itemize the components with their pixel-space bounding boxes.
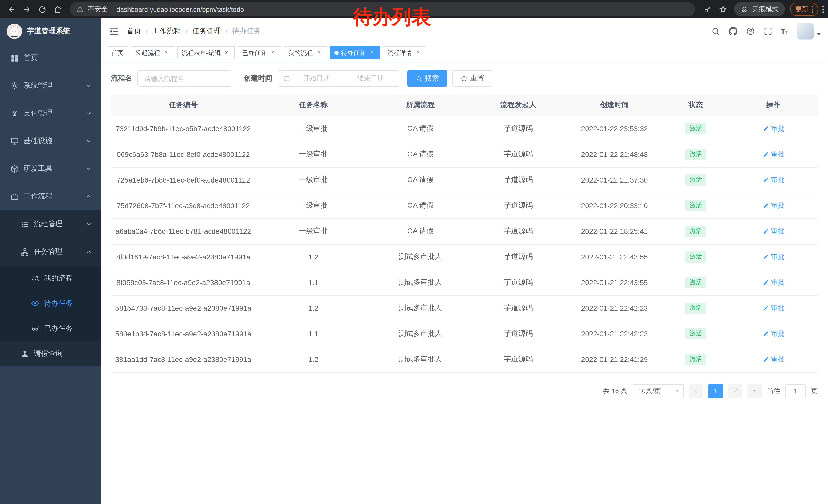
- approve-link[interactable]: 审批: [763, 227, 784, 236]
- approve-link[interactable]: 审批: [763, 304, 784, 313]
- dashboard-icon: [10, 54, 19, 62]
- edit-icon: [763, 202, 769, 209]
- star-icon[interactable]: [716, 2, 730, 16]
- cell-initiator: 芋道源码: [470, 193, 567, 218]
- browser-menu-icon[interactable]: [822, 6, 824, 13]
- approve-link[interactable]: 审批: [763, 201, 784, 210]
- col-initiator: 流程发起人: [470, 95, 567, 116]
- cell-actions: 审批: [729, 270, 818, 295]
- help-icon[interactable]: [746, 27, 755, 36]
- sidebar-item-devtools[interactable]: 研发工具: [0, 155, 100, 183]
- approve-link[interactable]: 审批: [763, 150, 784, 159]
- approve-link[interactable]: 审批: [763, 329, 784, 338]
- edit-icon: [763, 331, 769, 337]
- sidebar-item-task-management[interactable]: 任务管理: [0, 238, 100, 266]
- close-icon[interactable]: ×: [316, 49, 323, 56]
- chevron-up-icon: [86, 249, 92, 255]
- table-row: 58154733-7ac8-11ec-a9e2-a2380e71991a1.2测…: [111, 295, 818, 321]
- close-icon[interactable]: ×: [269, 49, 277, 56]
- update-button[interactable]: 更新: [790, 3, 818, 16]
- sidebar-item-my-process[interactable]: 我的流程: [0, 266, 100, 291]
- approve-link[interactable]: 审批: [763, 124, 784, 133]
- tab-start-process[interactable]: 发起流程 ×: [131, 46, 174, 59]
- breadcrumb-home[interactable]: 首页: [127, 27, 141, 36]
- goto-label: 前往: [767, 386, 780, 396]
- cell-process: 测试多审批人: [371, 347, 470, 372]
- sidebar-item-todo-tasks[interactable]: 待办任务: [0, 291, 100, 316]
- chevron-down-icon: [817, 33, 821, 35]
- approve-link[interactable]: 审批: [763, 175, 784, 185]
- tab-my-process[interactable]: 我的流程 ×: [284, 46, 327, 59]
- sidebar-item-home[interactable]: 首页: [0, 44, 100, 72]
- cell-status: 激活: [662, 141, 730, 167]
- cell-initiator: 芋道源码: [470, 347, 567, 372]
- chevron-left-icon: [693, 388, 699, 394]
- yen-icon: ¥: [10, 109, 19, 118]
- page-size-select[interactable]: 10条/页: [632, 384, 684, 398]
- approve-link[interactable]: 审批: [763, 355, 784, 364]
- sidebar-item-process-management[interactable]: 流程管理: [0, 210, 100, 238]
- date-range-picker[interactable]: 开始日期 - 结束日期: [278, 70, 399, 87]
- cell-task-id: a6aba0a4-7b6d-11ec-b781-acde48001122: [111, 218, 256, 244]
- prev-page-button[interactable]: [689, 384, 703, 398]
- sidebar-item-infrastructure[interactable]: 基础设施: [0, 127, 100, 155]
- search-icon[interactable]: [711, 27, 720, 36]
- close-icon[interactable]: ×: [415, 49, 422, 56]
- tab-todo-tasks[interactable]: 待办任务 ×: [330, 46, 380, 59]
- forward-icon[interactable]: [19, 2, 34, 16]
- next-page-button[interactable]: [747, 384, 762, 398]
- page-button-1[interactable]: 1: [708, 384, 723, 398]
- hamburger-icon[interactable]: [109, 26, 119, 36]
- reset-button[interactable]: 重置: [452, 70, 493, 87]
- breadcrumb-workflow[interactable]: 工作流程: [152, 27, 181, 36]
- cell-created-time: 2022-01-22 23:53:32: [567, 116, 662, 141]
- cell-status: 激活: [662, 244, 730, 270]
- tab-process-detail[interactable]: 流程详情 ×: [383, 46, 426, 59]
- cell-actions: 审批: [729, 321, 818, 347]
- tab-home[interactable]: 首页: [107, 46, 128, 59]
- github-icon[interactable]: [728, 27, 738, 36]
- reload-icon[interactable]: [35, 2, 49, 16]
- process-name-input[interactable]: [137, 70, 232, 87]
- page-button-2[interactable]: 2: [728, 384, 742, 398]
- cell-task-name: 一级审批: [256, 167, 371, 193]
- status-badge: 激活: [685, 123, 707, 134]
- font-size-icon[interactable]: TT: [781, 28, 788, 35]
- cell-created-time: 2022-01-22 20:33:10: [567, 193, 662, 218]
- top-navbar: 首页 / 工作流程 / 任务管理 / 待办任务: [100, 18, 828, 44]
- todo-task-table: 任务编号 任务名称 所属流程 流程发起人 创建时间 状态 操作 73211d9d…: [111, 95, 818, 372]
- tab-done-tasks[interactable]: 已办任务 ×: [238, 46, 281, 59]
- incognito-badge: 无痕模式: [734, 2, 785, 16]
- cell-created-time: 2022-01-21 22:41:29: [567, 347, 662, 372]
- fullscreen-icon[interactable]: [763, 27, 772, 36]
- cell-task-name: 1.2: [256, 244, 371, 270]
- sidebar-item-system[interactable]: 系统管理: [0, 72, 100, 99]
- cell-process: OA 请假: [371, 116, 470, 141]
- cell-initiator: 芋道源码: [470, 321, 567, 347]
- tab-form-edit[interactable]: 流程表单-编辑 ×: [177, 46, 235, 59]
- close-icon[interactable]: ×: [223, 49, 230, 56]
- sidebar-item-leave-query[interactable]: 请假查询: [0, 341, 100, 366]
- close-icon[interactable]: ×: [163, 49, 170, 56]
- home-icon[interactable]: [50, 2, 65, 16]
- close-icon[interactable]: ×: [368, 49, 376, 56]
- status-badge: 激活: [685, 303, 707, 314]
- sidebar-menu: 首页 系统管理 ¥ 支付管理 基础设施: [0, 44, 100, 366]
- sidebar-item-payment[interactable]: ¥ 支付管理: [0, 99, 100, 127]
- goto-page-input[interactable]: [785, 384, 806, 398]
- approve-link[interactable]: 审批: [763, 252, 784, 262]
- cell-task-id: 73211d9d-7b9b-11ec-b5b7-acde48001122: [111, 116, 256, 141]
- search-button[interactable]: 搜索: [407, 70, 447, 87]
- approve-link[interactable]: 审批: [763, 278, 784, 287]
- breadcrumb-task-management[interactable]: 任务管理: [192, 27, 221, 36]
- sidebar-item-workflow[interactable]: 工作流程: [0, 183, 100, 210]
- refresh-icon: [461, 75, 467, 82]
- cell-created-time: 2022-01-21 22:43:55: [567, 270, 662, 295]
- cell-task-id: 8f059c03-7ac8-11ec-a9e2-a2380e71991a: [111, 270, 256, 295]
- key-icon[interactable]: [700, 2, 715, 16]
- cell-status: 激活: [662, 116, 730, 141]
- back-icon[interactable]: [4, 2, 18, 16]
- user-menu[interactable]: [797, 22, 821, 40]
- sidebar-item-done-tasks[interactable]: 已办任务: [0, 316, 100, 341]
- cell-initiator: 芋道源码: [470, 116, 567, 141]
